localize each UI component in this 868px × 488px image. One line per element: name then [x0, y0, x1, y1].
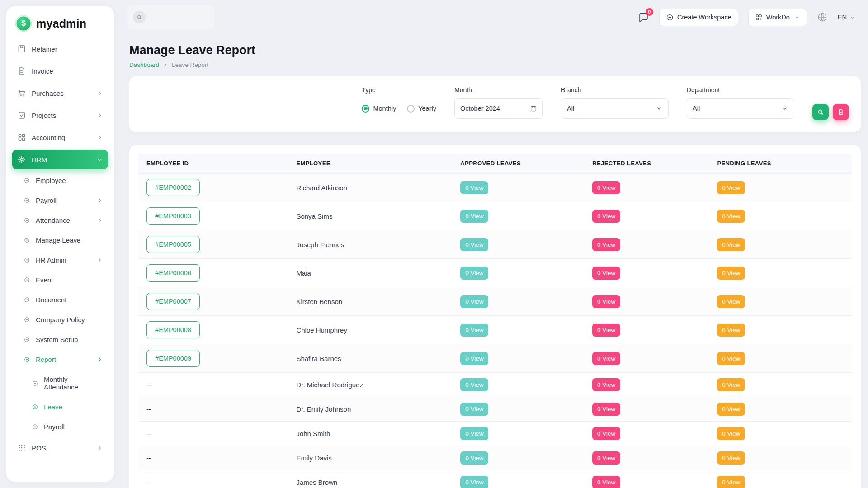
sidebar-item-report-payroll[interactable]: Payroll: [12, 418, 108, 436]
table-row: #EMP00009 Shafira Barnes 0 View 0 View 0…: [138, 344, 852, 373]
rejected-leaves-badge[interactable]: 0 View: [592, 403, 620, 416]
type-label: Type: [362, 86, 436, 94]
employee-id-button[interactable]: #EMP00005: [146, 236, 200, 253]
sidebar-item-system-setup[interactable]: System Setup: [12, 331, 108, 348]
rejected-leaves-badge[interactable]: 0 View: [592, 352, 620, 365]
chevron-down-icon: [656, 105, 663, 112]
pending-leaves-badge[interactable]: 0 View: [717, 324, 745, 337]
table-row: #EMP00005 Joseph Fiennes 0 View 0 View 0…: [138, 230, 852, 259]
sidebar-item-purchases[interactable]: Purchases: [12, 83, 108, 103]
rejected-leaves-badge[interactable]: 0 View: [592, 210, 620, 223]
pending-leaves-badge[interactable]: 0 View: [717, 476, 745, 488]
sidebar-item-monthly-attendance[interactable]: Monthly Attendance: [12, 371, 108, 396]
sidebar-item-hrm[interactable]: HRM: [12, 150, 108, 169]
approved-leaves-badge[interactable]: 0 View: [460, 451, 488, 465]
pending-leaves-badge[interactable]: 0 View: [717, 267, 745, 280]
pending-leaves-badge[interactable]: 0 View: [717, 427, 745, 440]
rejected-leaves-badge[interactable]: 0 View: [592, 324, 620, 337]
apply-filter-button[interactable]: [812, 104, 829, 120]
monthly-radio[interactable]: Monthly: [362, 105, 396, 113]
sidebar-item-report[interactable]: Report: [12, 351, 108, 368]
invoice-icon: [17, 66, 26, 75]
sidebar-item-label: Company Policy: [36, 316, 85, 324]
rejected-leaves-badge[interactable]: 0 View: [592, 378, 620, 391]
globe-icon[interactable]: [817, 12, 828, 23]
pending-leaves-badge[interactable]: 0 View: [717, 352, 745, 365]
sidebar-item-hr-admin[interactable]: HR Admin: [12, 251, 108, 269]
employee-name: Kirsten Benson: [288, 287, 452, 316]
sidebar-item-payroll[interactable]: Payroll: [12, 192, 108, 209]
sidebar-item-manage-leave[interactable]: Manage Leave: [12, 231, 108, 249]
chevron-right-icon: [96, 257, 103, 263]
sidebar-item-leave[interactable]: Leave: [12, 398, 108, 416]
approved-leaves-badge[interactable]: 0 View: [460, 476, 488, 488]
chevron-right-icon: [96, 356, 103, 363]
rejected-leaves-badge[interactable]: 0 View: [592, 476, 620, 488]
sidebar-item-retainer[interactable]: Retainer: [12, 39, 108, 59]
bullet-icon: [32, 404, 38, 410]
employee-name: Chloe Humphrey: [288, 316, 452, 344]
rejected-leaves-badge[interactable]: 0 View: [592, 238, 620, 251]
branch-select[interactable]: All: [561, 98, 669, 119]
pending-leaves-badge[interactable]: 0 View: [717, 238, 745, 251]
approved-leaves-badge[interactable]: 0 View: [460, 181, 488, 194]
month-value: October 2024: [460, 105, 500, 112]
approved-leaves-badge[interactable]: 0 View: [460, 403, 488, 416]
rejected-leaves-badge[interactable]: 0 View: [592, 295, 620, 308]
approved-leaves-badge[interactable]: 0 View: [460, 427, 488, 440]
search-input[interactable]: [127, 5, 214, 29]
sidebar-item-invoice[interactable]: Invoice: [12, 61, 108, 81]
approved-leaves-badge[interactable]: 0 View: [460, 378, 488, 391]
employee-id-button[interactable]: #EMP00007: [146, 293, 200, 310]
employee-name: Sonya Sims: [288, 202, 452, 230]
reset-filter-button[interactable]: [833, 104, 849, 120]
create-workspace-button[interactable]: Create Workspace: [659, 9, 738, 26]
branch-filter-group: Branch All: [561, 86, 669, 119]
workspace-grid-icon: [755, 14, 763, 21]
sidebar-item-projects[interactable]: Projects: [12, 105, 108, 125]
yearly-radio[interactable]: Yearly: [407, 105, 436, 113]
rejected-leaves-badge[interactable]: 0 View: [592, 267, 620, 280]
employee-name: John Smith: [288, 422, 452, 446]
messages-button[interactable]: 0: [638, 12, 649, 23]
sidebar-item-pos[interactable]: POS: [12, 438, 108, 458]
sidebar-item-document[interactable]: Document: [12, 291, 108, 309]
employee-id-button[interactable]: #EMP00008: [146, 321, 200, 338]
topbar: 0 Create Workspace WorkDo EN: [121, 0, 868, 34]
approved-leaves-badge[interactable]: 0 View: [460, 238, 488, 251]
rejected-leaves-badge[interactable]: 0 View: [592, 181, 620, 194]
sidebar-item-employee[interactable]: Employee: [12, 172, 108, 189]
employee-id-button[interactable]: #EMP00006: [146, 264, 200, 282]
rejected-leaves-badge[interactable]: 0 View: [592, 451, 620, 465]
table-row: -- Dr. Emily Johnson 0 View 0 View 0 Vie…: [138, 397, 852, 422]
approved-leaves-badge[interactable]: 0 View: [460, 352, 488, 365]
pending-leaves-badge[interactable]: 0 View: [717, 295, 745, 308]
sidebar-item-attendance[interactable]: Attendance: [12, 211, 108, 229]
sidebar-item-label: Payroll: [44, 423, 65, 431]
sidebar-item-event[interactable]: Event: [12, 271, 108, 289]
employee-id-button[interactable]: #EMP00002: [146, 179, 200, 196]
employee-id-button[interactable]: #EMP00009: [146, 350, 200, 367]
employee-id-text: --: [146, 381, 151, 389]
sidebar-item-label: Purchases: [32, 89, 64, 97]
pending-leaves-badge[interactable]: 0 View: [717, 403, 745, 416]
brand-logo[interactable]: $ myadmin: [12, 13, 108, 39]
approved-leaves-badge[interactable]: 0 View: [460, 267, 488, 280]
pending-leaves-badge[interactable]: 0 View: [717, 378, 745, 391]
department-select[interactable]: All: [687, 98, 794, 119]
chevron-down-icon: [781, 105, 788, 112]
sidebar-item-company-policy[interactable]: Company Policy: [12, 311, 108, 328]
pending-leaves-badge[interactable]: 0 View: [717, 451, 745, 465]
breadcrumb-dashboard-link[interactable]: Dashboard: [129, 61, 159, 68]
rejected-leaves-badge[interactable]: 0 View: [592, 427, 620, 440]
pending-leaves-badge[interactable]: 0 View: [717, 181, 745, 194]
pending-leaves-badge[interactable]: 0 View: [717, 210, 745, 223]
approved-leaves-badge[interactable]: 0 View: [460, 324, 488, 337]
workspace-switcher-button[interactable]: WorkDo: [748, 9, 807, 26]
approved-leaves-badge[interactable]: 0 View: [460, 210, 488, 223]
sidebar-item-accounting[interactable]: Accounting: [12, 127, 108, 147]
employee-id-button[interactable]: #EMP00003: [146, 207, 200, 225]
language-selector[interactable]: EN: [838, 14, 855, 21]
month-input[interactable]: October 2024: [454, 98, 543, 119]
approved-leaves-badge[interactable]: 0 View: [460, 295, 488, 308]
